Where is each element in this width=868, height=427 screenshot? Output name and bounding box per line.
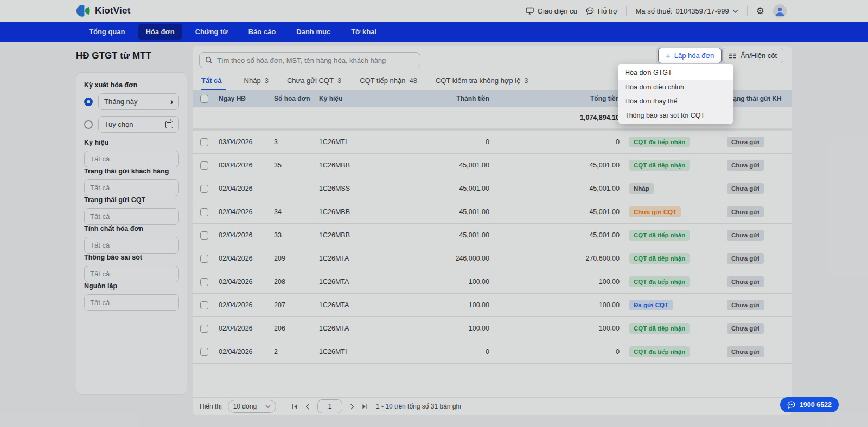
show-label: Hiển thị <box>200 403 222 410</box>
grand-total-value: 1,074,894.10 <box>493 114 623 121</box>
page-number-input[interactable] <box>317 399 342 413</box>
nav-item[interactable]: Tổng quan <box>81 24 132 40</box>
row-checkbox[interactable] <box>200 208 208 216</box>
toggle-columns-button[interactable]: Ẩn/Hiện cột <box>722 48 783 63</box>
tab-count: 48 <box>409 76 417 86</box>
create-invoice-button[interactable]: + Lập hóa đơn <box>658 48 722 63</box>
gear-icon[interactable]: ⚙ <box>756 7 764 16</box>
invoice-number: 2 <box>274 348 319 355</box>
invoice-amount: 45,001.00 <box>400 185 493 192</box>
invoice-row[interactable]: 02/04/2026 34 1C26MBB 45,001.00 45,001.0… <box>193 200 792 224</box>
row-checkbox[interactable] <box>200 231 208 240</box>
invoice-row[interactable]: 02/04/2026 209 1C26MTA 246,000.00 270,60… <box>193 247 792 270</box>
status-tab[interactable]: Tất cả <box>201 76 226 90</box>
filter-input[interactable] <box>84 208 179 225</box>
next-page-button[interactable] <box>350 404 354 410</box>
period-radio[interactable] <box>84 98 93 106</box>
menu-item[interactable]: Hóa đơn GTGT <box>618 64 733 80</box>
row-checkbox[interactable] <box>200 185 208 193</box>
col-header-symbol[interactable]: Ký hiệu <box>319 95 400 102</box>
search-icon <box>205 56 213 64</box>
toggle-columns-label: Ẩn/Hiện cột <box>741 51 777 60</box>
col-header-total[interactable]: Tổng tiền <box>493 95 623 102</box>
row-checkbox[interactable] <box>200 138 208 146</box>
filter-input[interactable] <box>84 237 179 254</box>
period-select[interactable]: Tháng này <box>98 93 179 110</box>
nav-item[interactable]: Tờ khai <box>343 24 384 40</box>
last-page-button[interactable] <box>362 404 368 410</box>
tax-code-value: 0104359717-999 <box>675 7 729 15</box>
avatar[interactable] <box>773 4 787 18</box>
filter-input[interactable] <box>84 179 179 196</box>
status-tab[interactable]: CQT kiểm tra không hợp lệ 3 <box>436 76 528 90</box>
filter-sidebar: HĐ GTGT từ MTT Kỳ xuất hóa đơn Tháng này <box>76 42 187 427</box>
invoice-number: 208 <box>274 278 319 286</box>
create-invoice-label: Lập hóa đơn <box>674 51 714 60</box>
search-input[interactable] <box>217 56 414 64</box>
invoice-row[interactable]: 02/04/2026 2 1C26MTI 0 0 CQT đã tiếp nhậ… <box>193 340 792 364</box>
invoice-row[interactable]: 02/04/2026 207 1C26MTA 100.00 100.00 Đã … <box>193 294 792 317</box>
invoice-row[interactable]: 02/04/2026 206 1C26MTA 100.00 100.00 CQT… <box>193 317 792 340</box>
menu-item[interactable]: Thông báo sai sót tới CQT <box>618 108 733 122</box>
invoice-number: 3 <box>274 138 319 146</box>
chevron-down-icon <box>265 405 271 408</box>
kh-status-badge: Chưa gửi <box>727 323 764 334</box>
invoice-row[interactable]: 02/04/2026 1C26MSS 45,001.00 45,001.00 N… <box>193 177 792 200</box>
period-select[interactable]: Tùy chọn <box>98 116 179 133</box>
col-header-number[interactable]: Số hóa đơn <box>274 95 319 102</box>
prev-page-button[interactable] <box>305 404 310 410</box>
kh-status-badge: Chưa gửi <box>727 160 764 171</box>
old-ui-link[interactable]: Giao diện cũ <box>526 7 577 15</box>
invoice-symbol: 1C26MTA <box>319 255 400 262</box>
nav-item[interactable]: Chứng từ <box>188 24 235 40</box>
row-checkbox[interactable] <box>200 278 208 286</box>
tax-code-selector[interactable]: Mã số thuế: 0104359717-999 <box>635 7 738 15</box>
status-tab[interactable]: Chưa gửi CQT 3 <box>287 76 341 90</box>
page-size-select[interactable]: 10 dòng <box>228 400 276 413</box>
invoice-symbol: 1C26MTI <box>319 348 400 355</box>
tab-label: CQT kiểm tra không hợp lệ <box>436 76 520 86</box>
row-checkbox[interactable] <box>200 255 208 263</box>
invoice-total: 100.00 <box>493 301 623 309</box>
filter-input[interactable] <box>84 266 179 282</box>
filter-input[interactable] <box>84 294 179 311</box>
period-radio[interactable] <box>84 120 93 129</box>
filter-label: Ký hiệu <box>84 139 179 146</box>
filter-label: Thông báo sai sót <box>84 254 179 261</box>
invoice-total: 270,600.00 <box>493 255 623 262</box>
first-page-button[interactable] <box>292 404 298 410</box>
menu-item[interactable]: Hóa đơn thay thế <box>618 94 733 108</box>
nav-item[interactable]: Hóa đơn <box>138 24 182 40</box>
invoice-symbol: 1C26MBB <box>319 231 400 239</box>
select-all-checkbox[interactable] <box>200 95 208 103</box>
invoice-total: 45,001.00 <box>493 185 623 192</box>
invoice-row[interactable]: 03/04/2026 35 1C26MBB 45,001.00 45,001.0… <box>193 154 792 177</box>
kiotviet-logo[interactable]: KiotViet <box>76 4 131 18</box>
invoice-row[interactable]: 02/04/2026 33 1C26MBB 45,001.00 45,001.0… <box>193 224 792 247</box>
support-link[interactable]: Hỗ trợ <box>586 7 618 15</box>
invoice-row[interactable]: 03/04/2026 3 1C26MTI 0 0 CQT đã tiếp nhậ… <box>193 131 792 154</box>
nav-item[interactable]: Báo cáo <box>241 24 284 40</box>
cqt-status-badge: CQT đã tiếp nhận <box>629 137 690 147</box>
filter-label: Trạng thái gửi CQT <box>84 196 179 204</box>
invoice-date: 02/04/2026 <box>219 301 274 309</box>
status-tab[interactable]: Nháp 3 <box>244 76 269 90</box>
invoice-row[interactable]: 02/04/2026 208 1C26MTA 100.00 100.00 CQT… <box>193 270 792 294</box>
hotline-chat-button[interactable]: 1900 6522 <box>780 397 839 412</box>
kh-status-badge: Chưa gửi <box>727 206 764 217</box>
row-checkbox[interactable] <box>200 301 208 309</box>
nav-item[interactable]: Danh mục <box>289 24 338 40</box>
period-option-icon <box>165 121 173 128</box>
row-checkbox[interactable] <box>200 348 208 356</box>
tab-label: CQT tiếp nhận <box>360 76 405 86</box>
col-header-amount[interactable]: Thành tiền <box>400 95 493 102</box>
status-tab[interactable]: CQT tiếp nhận 48 <box>360 76 417 90</box>
row-checkbox[interactable] <box>200 325 208 333</box>
menu-item[interactable]: Hóa đơn điều chỉnh <box>618 80 733 94</box>
row-checkbox[interactable] <box>200 161 208 170</box>
kh-status-badge: Chưa gửi <box>727 137 764 147</box>
col-header-date[interactable]: Ngày HĐ <box>219 95 274 102</box>
kiotviet-logo-icon <box>76 4 91 18</box>
menu-item-label: Hóa đơn thay thế <box>625 98 677 105</box>
filter-input[interactable] <box>84 151 179 167</box>
